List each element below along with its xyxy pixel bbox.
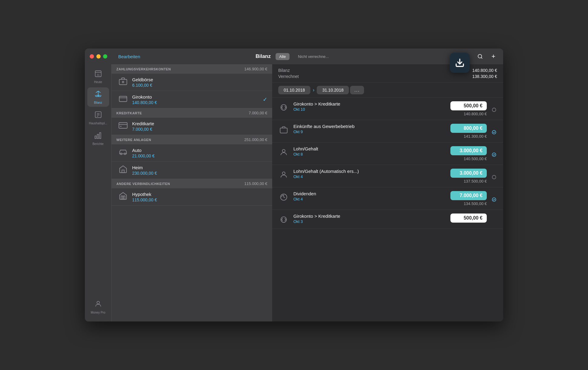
filter-all-button[interactable]: Alle: [276, 53, 289, 60]
calendar-icon: 31: [94, 69, 102, 79]
account-heim-info: Heim 230.000,00 €: [132, 165, 267, 176]
app-window: Bearbeiten Bilanz Alle Nicht verrechne..…: [85, 49, 503, 321]
svg-point-35: [492, 198, 496, 201]
account-girokonto[interactable]: Girokonto 140.800,00 € ✓: [112, 91, 272, 108]
reports-icon: [94, 131, 102, 141]
account-girokonto-info: Girokonto 140.800,00 €: [132, 94, 259, 105]
verrechnet-value: 138.300,00 €: [472, 74, 497, 79]
tx6-date: Okt 3: [293, 219, 446, 224]
sidebar-item-heute[interactable]: 31 Heute: [87, 67, 109, 86]
close-button[interactable]: [90, 54, 94, 59]
transaction-tx1[interactable]: Girokonto > Kreditkarte Okt 10 500,00 € …: [272, 98, 503, 120]
date-filter: 01.10.2018 › 31.10.2018 ...: [272, 83, 503, 98]
date-end-button[interactable]: 31.10.2018: [317, 86, 349, 94]
tx1-icon-wrap: [278, 102, 289, 113]
section-anlagen-amount: 251.000,00 €: [244, 137, 267, 142]
transaction-tx2[interactable]: Einkünfte aus Gewerbebetrieb Okt 9 800,0…: [272, 120, 503, 143]
tx3-amount: 3.000,00 €: [450, 146, 487, 155]
tx2-status: [491, 129, 497, 135]
tx6-amount: 500,00 €: [450, 214, 487, 223]
verrechnet-label: Verrechnet: [278, 74, 299, 79]
transaction-tx6[interactable]: Girokonto > Kreditkarte Okt 3 500,00 €: [272, 210, 503, 229]
tx4-amount: 3.000,00 €: [450, 169, 487, 178]
tx5-icon-wrap: [278, 192, 289, 203]
title-center: Bilanz Alle Nicht verrechne...: [256, 53, 332, 60]
sidebar-haushaltsplan-label: Haushaltspl...: [89, 122, 107, 125]
tx5-right: 7.000,00 € 134.500,00 €: [450, 191, 487, 206]
date-start-button[interactable]: 01.10.2018: [278, 86, 310, 94]
svg-text:31: 31: [97, 73, 100, 76]
account-auto-info: Auto 21.000,00 €: [132, 148, 267, 158]
moneypro-label: Money Pro: [91, 311, 105, 314]
account-heim-name: Heim: [132, 165, 267, 170]
tx2-right: 800,00 € 141.300,00 €: [450, 124, 487, 139]
section-zahlungsverkehr-title: ZAHLUNGSVERKEHRSKONTEN: [116, 67, 171, 71]
account-kreditkarte-name: Kreditkarte: [132, 121, 267, 126]
account-kreditkarte-balance: 7.000,00 €: [132, 127, 267, 132]
sidebar-item-berichte[interactable]: Berichte: [87, 129, 109, 148]
svg-rect-26: [123, 196, 125, 199]
tx3-date: Okt 8: [293, 152, 446, 156]
svg-point-21: [120, 153, 122, 155]
tx6-name: Girokonto > Kreditkarte: [293, 214, 446, 219]
section-zahlungsverkehr-header: ZAHLUNGSVERKEHRSKONTEN 146.900,00 €: [112, 64, 272, 74]
svg-point-16: [122, 81, 124, 83]
tx4-right: 3.000,00 € 137.500,00 €: [450, 169, 487, 183]
right-panel: Bilanz 140.800,00 € Verrechnet 138.300,0…: [272, 64, 503, 321]
account-hypothek[interactable]: Hypothek 115.000,00 €: [112, 188, 272, 206]
tx1-status: [491, 107, 497, 113]
tx4-balance: 137.500,00 €: [464, 179, 487, 183]
sidebar-item-bilanz[interactable]: Bilanz: [87, 87, 109, 107]
maximize-button[interactable]: [103, 54, 107, 59]
date-more-button[interactable]: ...: [350, 86, 364, 94]
account-kreditkarte[interactable]: Kreditkarte 7.000,00 €: [112, 118, 272, 135]
date-arrow-icon: ›: [312, 87, 316, 93]
sidebar-bilanz-label: Bilanz: [94, 101, 102, 104]
svg-point-14: [97, 301, 99, 304]
account-auto-name: Auto: [132, 148, 267, 153]
tx2-info: Einkünfte aus Gewerbebetrieb Okt 9: [293, 124, 446, 134]
account-hypothek-info: Hypothek 115.000,00 €: [132, 192, 267, 202]
section-verbindlichkeiten-amount: 115.000,00 €: [244, 181, 267, 186]
tx5-date: Okt 4: [293, 197, 446, 201]
account-heim[interactable]: Heim 230.000,00 €: [112, 162, 272, 179]
section-verbindlichkeiten-header: ANDERE VERBINDLICHKEITEN 115.000,00 €: [112, 179, 272, 188]
svg-point-31: [492, 153, 496, 156]
filter-unverrechnet-button[interactable]: Nicht verrechne...: [294, 53, 332, 60]
tx5-balance: 134.500,00 €: [464, 201, 487, 206]
account-auto[interactable]: Auto 21.000,00 €: [112, 144, 272, 162]
transaction-tx5[interactable]: Dividenden Okt 4 7.000,00 € 134.500,00 €: [272, 187, 503, 210]
tx3-right: 3.000,00 € 140.500,00 €: [450, 146, 487, 161]
search-button[interactable]: [475, 52, 485, 61]
svg-point-30: [282, 150, 285, 152]
tx4-icon-wrap: [278, 169, 289, 180]
tx2-icon-wrap: [278, 124, 289, 135]
svg-rect-12: [97, 134, 98, 138]
sidebar-item-haushaltsplan[interactable]: Haushaltspl...: [87, 108, 109, 127]
download-button[interactable]: [450, 53, 470, 73]
tx6-status: [491, 219, 497, 225]
sidebar-heute-label: Heute: [94, 80, 102, 84]
tx6-icon-wrap: [278, 214, 289, 225]
bilanz-label: Bilanz: [278, 68, 290, 73]
transaction-tx4[interactable]: Lohn/Gehalt (Automatisch ers...) Okt 4 3…: [272, 165, 503, 187]
svg-rect-25: [121, 196, 123, 199]
svg-rect-17: [119, 96, 127, 102]
svg-line-1: [481, 57, 482, 58]
sidebar-bottom-moneypro[interactable]: Money Pro: [87, 297, 109, 317]
transaction-tx3[interactable]: Lohn/Gehalt Okt 8 3.000,00 € 140.500,00 …: [272, 143, 503, 165]
tx4-status: [491, 174, 497, 180]
balance-icon: [94, 90, 102, 100]
add-button[interactable]: +: [489, 52, 498, 61]
traffic-lights: [90, 54, 107, 59]
house-icon: [118, 165, 129, 176]
tx3-name: Lohn/Gehalt: [293, 146, 446, 151]
sidebar-bottom: Money Pro: [87, 297, 109, 321]
edit-button[interactable]: Bearbeiten: [118, 54, 140, 59]
minimize-button[interactable]: [96, 54, 101, 59]
account-auto-balance: 21.000,00 €: [132, 153, 267, 158]
bilanz-value: 140.800,00 €: [472, 68, 497, 73]
wallet2-icon: [118, 94, 129, 105]
section-kreditkarte-title: KREDITKARTE: [116, 111, 142, 115]
account-geldborse[interactable]: Geldbörse 6.100,00 €: [112, 74, 272, 91]
